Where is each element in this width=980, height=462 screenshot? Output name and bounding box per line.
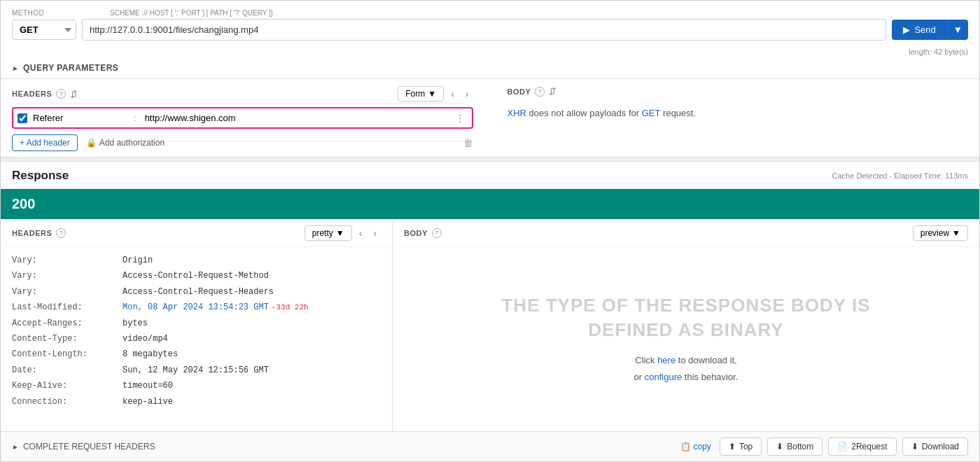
copy-button[interactable]: 📋 copy bbox=[680, 442, 711, 451]
copy-icon: 📋 bbox=[680, 442, 691, 451]
prev-arrow-button[interactable]: ‹ bbox=[447, 86, 458, 102]
resp-body-title: BODY bbox=[404, 229, 428, 237]
to-request-button[interactable]: 📄 2Request bbox=[828, 438, 896, 456]
header-val-input[interactable] bbox=[142, 111, 449, 125]
download-icon: ⬇ bbox=[911, 442, 918, 451]
resp-header-row: Vary:Access-Control-Request-Headers bbox=[12, 284, 381, 300]
top-label: Top bbox=[739, 442, 752, 451]
headers-sort-icon[interactable]: ⇵ bbox=[70, 89, 78, 99]
resp-header-row: Content-Length:8 megabytes bbox=[12, 346, 381, 362]
bottom-label: Bottom bbox=[787, 442, 813, 451]
complete-req-label: COMPLETE REQUEST HEADERS bbox=[23, 442, 155, 451]
add-auth-button[interactable]: 🔒 Add authorization bbox=[86, 138, 164, 148]
resp-header-row: Keep-Alive:timeout=60 bbox=[12, 378, 381, 393]
scheme-label: SCHEME :// HOST [ ':' PORT ] [ PATH [ '?… bbox=[110, 9, 273, 17]
pretty-arrow-icon: ▼ bbox=[336, 228, 344, 238]
add-auth-label: Add authorization bbox=[99, 138, 164, 148]
resp-headers-title: HEADERS bbox=[12, 229, 52, 237]
get-link[interactable]: GET bbox=[642, 108, 661, 118]
preview-button[interactable]: preview ▼ bbox=[913, 225, 968, 241]
bottom-bar: ► COMPLETE REQUEST HEADERS 📋 copy ⬆ Top … bbox=[1, 431, 979, 461]
to-request-label: 2Request bbox=[851, 442, 887, 451]
preview-arrow-icon: ▼ bbox=[952, 228, 960, 238]
pretty-label: pretty bbox=[312, 228, 333, 238]
query-params-row[interactable]: ► QUERY PARAMETERS bbox=[12, 59, 968, 78]
resp-prev-arrow[interactable]: ‹ bbox=[355, 225, 367, 241]
top-button[interactable]: ⬆ Top bbox=[720, 438, 762, 456]
form-button[interactable]: Form ▼ bbox=[398, 86, 444, 102]
binary-description: Click here to download it, or configure … bbox=[634, 352, 738, 385]
header-checkbox[interactable] bbox=[18, 113, 27, 123]
status-code: 200 bbox=[12, 196, 35, 211]
add-header-button[interactable]: + Add header bbox=[12, 134, 78, 151]
binary-body-area: THE TYPE OF THE RESPONSE BODY ISDEFINED … bbox=[393, 247, 979, 431]
xhr-message: XHR does not allow payloads for GET requ… bbox=[507, 102, 969, 118]
send-button[interactable]: ▶ Response Send bbox=[892, 20, 946, 40]
resp-headers-info-icon[interactable]: ? bbox=[56, 228, 66, 238]
form-label: Form bbox=[405, 89, 425, 99]
resp-header-row: Date:Sun, 12 May 2024 12:15:56 GMT bbox=[12, 363, 381, 378]
method-label: METHOD bbox=[12, 9, 110, 17]
last-modified-link[interactable]: Mon, 08 Apr 2024 13:54:23 GMT bbox=[122, 302, 269, 312]
header-key-input[interactable] bbox=[30, 111, 128, 125]
resp-next-arrow[interactable]: › bbox=[369, 225, 381, 241]
download-button[interactable]: ⬇ Download bbox=[902, 438, 968, 456]
here-link[interactable]: here bbox=[657, 355, 676, 365]
resp-header-row: Last-Modified:Mon, 08 Apr 2024 13:54:23 … bbox=[12, 300, 381, 315]
delete-all-icon[interactable]: 🗑 bbox=[463, 137, 473, 148]
xhr-link[interactable]: XHR bbox=[507, 108, 526, 118]
bottom-button[interactable]: ⬇ Bottom bbox=[767, 438, 822, 456]
resp-body-info-icon[interactable]: ? bbox=[432, 228, 442, 238]
body-info-icon[interactable]: ? bbox=[535, 87, 545, 97]
time-delta: -33d 22h bbox=[272, 303, 309, 312]
configure-link[interactable]: configure bbox=[645, 372, 682, 382]
length-info: length: 42 byte(s) bbox=[12, 46, 968, 59]
header-delete-icon[interactable]: ⋮ bbox=[452, 113, 468, 124]
cache-info: Cache Detected - Elapsed Time: 113ms bbox=[832, 172, 968, 180]
bottom-icon: ⬇ bbox=[776, 442, 783, 451]
method-select-wrapper[interactable]: GET POST PUT DELETE PATCH bbox=[12, 20, 76, 40]
response-title: Response bbox=[12, 169, 69, 183]
resp-header-row: Vary:Access-Control-Request-Method bbox=[12, 268, 381, 284]
send-icon: ▶ bbox=[903, 24, 910, 35]
method-dropdown[interactable]: GET POST PUT DELETE PATCH bbox=[12, 20, 76, 40]
complete-req-arrow: ► bbox=[12, 443, 19, 451]
pretty-button[interactable]: pretty ▼ bbox=[304, 225, 352, 241]
url-input[interactable] bbox=[82, 19, 886, 41]
top-icon: ⬆ bbox=[729, 442, 736, 451]
resp-header-row: Content-Type:video/mp4 bbox=[12, 331, 381, 346]
preview-label: preview bbox=[920, 228, 949, 238]
query-params-arrow: ► bbox=[12, 64, 19, 72]
download-label: Download bbox=[922, 442, 959, 451]
body-sort-icon[interactable]: ⇵ bbox=[549, 86, 556, 97]
query-params-label: QUERY PARAMETERS bbox=[23, 63, 118, 73]
body-title: BODY bbox=[507, 88, 531, 96]
status-bar: 200 bbox=[1, 189, 979, 219]
resp-header-row: Accept-Ranges:bytes bbox=[12, 316, 381, 331]
copy-label: copy bbox=[694, 442, 711, 451]
to-request-icon: 📄 bbox=[837, 442, 848, 451]
next-arrow-button[interactable]: › bbox=[461, 86, 473, 102]
headers-info-icon[interactable]: ? bbox=[56, 89, 66, 99]
send-dropdown-button[interactable]: ▼ bbox=[947, 20, 968, 40]
header-separator: : bbox=[131, 113, 139, 123]
form-arrow-icon: ▼ bbox=[428, 89, 436, 99]
headers-title: HEADERS bbox=[12, 90, 52, 98]
lock-icon: 🔒 bbox=[86, 138, 97, 148]
resp-header-row: Vary:Origin bbox=[12, 253, 381, 268]
resp-header-row: Connection:keep-alive bbox=[12, 394, 381, 410]
binary-title: THE TYPE OF THE RESPONSE BODY ISDEFINED … bbox=[501, 293, 870, 342]
complete-request-button[interactable]: ► COMPLETE REQUEST HEADERS bbox=[12, 442, 155, 451]
header-row: : ⋮ bbox=[12, 107, 473, 129]
